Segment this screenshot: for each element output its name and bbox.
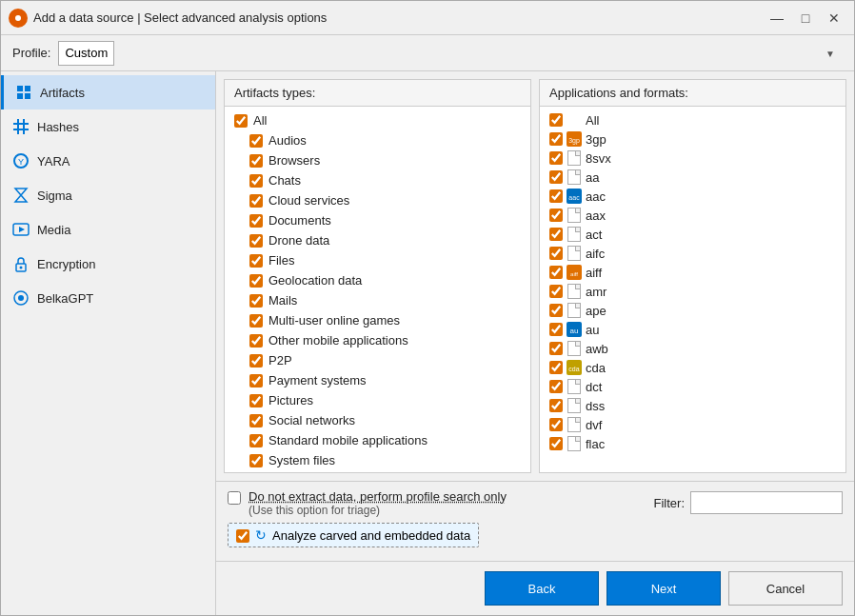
check-item-other-mobile[interactable]: Other mobile applications bbox=[225, 330, 530, 350]
check-item-pictures[interactable]: Pictures bbox=[225, 390, 530, 410]
checkbox-pictures[interactable] bbox=[249, 394, 263, 407]
app-item-3gp[interactable]: 3gp 3gp bbox=[540, 129, 845, 149]
sidebar-item-artifacts[interactable]: Artifacts bbox=[1, 75, 215, 109]
app-item-act[interactable]: act bbox=[540, 225, 845, 244]
app-item-amr[interactable]: amr bbox=[540, 282, 845, 301]
carved-icon: ↻ bbox=[255, 527, 267, 543]
app-checkbox-dct[interactable] bbox=[549, 380, 563, 393]
check-item-geolocation-data[interactable]: Geolocation data bbox=[225, 270, 530, 290]
check-item-cloud-services[interactable]: Cloud services bbox=[225, 190, 530, 210]
checkbox-p2p[interactable] bbox=[249, 354, 263, 368]
checkbox-mails[interactable] bbox=[249, 294, 263, 308]
app-checkbox-aifc[interactable] bbox=[549, 247, 563, 260]
app-item-au[interactable]: au au bbox=[540, 320, 845, 339]
check-label-other-mobile: Other mobile applications bbox=[268, 333, 408, 348]
check-label-system-files: System files bbox=[268, 453, 335, 467]
app-item-8svx[interactable]: 8svx bbox=[540, 149, 845, 168]
sidebar-item-sigma[interactable]: Sigma bbox=[1, 178, 215, 212]
next-button[interactable]: Next bbox=[606, 571, 721, 606]
check-item-chats[interactable]: Chats bbox=[225, 170, 530, 190]
checkbox-payment-systems[interactable] bbox=[249, 374, 263, 387]
app-checkbox-aac[interactable] bbox=[549, 189, 563, 203]
app-item-flac[interactable]: flac bbox=[540, 434, 845, 453]
check-item-payment-systems[interactable]: Payment systems bbox=[225, 370, 530, 390]
checkbox-standard-mobile[interactable] bbox=[249, 434, 263, 447]
app-item-aifc[interactable]: aifc bbox=[540, 244, 845, 263]
app-checkbox-cda[interactable] bbox=[549, 361, 563, 374]
app-checkbox-au[interactable] bbox=[549, 323, 563, 336]
check-item-mails[interactable]: Mails bbox=[225, 290, 530, 310]
titlebar: Add a data source | Select advanced anal… bbox=[1, 1, 854, 35]
sidebar-item-hashes[interactable]: Hashes bbox=[1, 109, 215, 144]
app-checkbox-dvf[interactable] bbox=[549, 418, 563, 431]
app-item-dvf[interactable]: dvf bbox=[540, 415, 845, 434]
svg-rect-4 bbox=[17, 93, 23, 99]
check-item-documents[interactable]: Documents bbox=[225, 210, 530, 230]
checkbox-chats[interactable] bbox=[249, 174, 263, 188]
app-item-aax[interactable]: aax bbox=[540, 206, 845, 225]
option1-checkbox[interactable] bbox=[228, 491, 241, 505]
app-checkbox-amr[interactable] bbox=[549, 285, 563, 298]
minimize-button[interactable]: — bbox=[765, 7, 789, 30]
filter-input[interactable] bbox=[690, 491, 843, 514]
checkbox-other-mobile[interactable] bbox=[249, 334, 263, 348]
app-item-cda[interactable]: cda cda bbox=[540, 358, 845, 377]
app-checkbox-awb[interactable] bbox=[549, 342, 563, 355]
app-checkbox-aax[interactable] bbox=[549, 209, 563, 222]
svg-point-16 bbox=[20, 267, 23, 269]
app-checkbox-all[interactable] bbox=[549, 113, 563, 127]
check-label-drone-data: Drone data bbox=[268, 233, 329, 248]
app-checkbox-aiff[interactable] bbox=[549, 266, 563, 279]
check-item-multi-user[interactable]: Multi-user online games bbox=[225, 310, 530, 330]
checkbox-cloud-services[interactable] bbox=[249, 194, 263, 208]
check-item-all[interactable]: All bbox=[225, 110, 530, 130]
app-checkbox-ape[interactable] bbox=[549, 304, 563, 317]
check-item-social-networks[interactable]: Social networks bbox=[225, 410, 530, 430]
app-checkbox-aa[interactable] bbox=[549, 170, 563, 184]
check-item-audios[interactable]: Audios bbox=[225, 130, 530, 150]
check-item-system-files[interactable]: System files bbox=[225, 450, 530, 470]
checkbox-drone-data[interactable] bbox=[249, 234, 263, 248]
carved-checkbox[interactable] bbox=[236, 529, 249, 543]
app-checkbox-act[interactable] bbox=[549, 228, 563, 241]
checkbox-browsers[interactable] bbox=[249, 154, 263, 168]
checkbox-social-networks[interactable] bbox=[249, 414, 263, 427]
maximize-button[interactable]: □ bbox=[793, 7, 818, 30]
app-item-dss[interactable]: dss bbox=[540, 396, 845, 415]
app-item-ape[interactable]: ape bbox=[540, 301, 845, 320]
check-item-files[interactable]: Files bbox=[225, 250, 530, 270]
sidebar-item-media[interactable]: Media bbox=[1, 212, 215, 247]
checkbox-documents[interactable] bbox=[249, 214, 263, 228]
checkbox-files[interactable] bbox=[249, 254, 263, 268]
check-item-standard-mobile[interactable]: Standard mobile applications bbox=[225, 430, 530, 450]
checkbox-system-files[interactable] bbox=[249, 454, 263, 467]
app-item-all[interactable]: All bbox=[540, 110, 845, 129]
app-icon-awb bbox=[567, 341, 582, 356]
sidebar-item-yara[interactable]: Y YARA bbox=[1, 144, 215, 178]
back-button[interactable]: Back bbox=[485, 571, 599, 606]
app-item-dct[interactable]: dct bbox=[540, 377, 845, 396]
app-checkbox-flac[interactable] bbox=[549, 437, 563, 450]
check-item-p2p[interactable]: P2P bbox=[225, 350, 530, 370]
app-item-awb[interactable]: awb bbox=[540, 339, 845, 358]
checkbox-geolocation-data[interactable] bbox=[249, 274, 263, 288]
app-checkbox-8svx[interactable] bbox=[549, 151, 563, 165]
checkbox-audios[interactable] bbox=[249, 134, 263, 148]
sidebar-item-belkagpt[interactable]: BelkaGPT bbox=[1, 281, 215, 315]
check-label-mails: Mails bbox=[268, 293, 297, 308]
app-item-aa[interactable]: aa bbox=[540, 168, 845, 187]
checkbox-multi-user[interactable] bbox=[249, 314, 263, 328]
app-checkbox-3gp[interactable] bbox=[549, 132, 563, 146]
check-item-browsers[interactable]: Browsers bbox=[225, 150, 530, 170]
cancel-button[interactable]: Cancel bbox=[728, 571, 843, 606]
app-checkbox-dss[interactable] bbox=[549, 399, 563, 412]
app-item-aac[interactable]: aac aac bbox=[540, 187, 845, 206]
app-icon-cda: cda bbox=[567, 360, 582, 375]
profile-select[interactable]: Custom bbox=[58, 41, 114, 66]
sidebar-item-encryption[interactable]: Encryption bbox=[1, 247, 215, 281]
app-label-flac: flac bbox=[586, 437, 605, 451]
app-item-aiff[interactable]: aiff aiff bbox=[540, 263, 845, 282]
close-button[interactable]: ✕ bbox=[822, 7, 846, 30]
check-item-drone-data[interactable]: Drone data bbox=[225, 230, 530, 250]
checkbox-all[interactable] bbox=[234, 114, 248, 128]
